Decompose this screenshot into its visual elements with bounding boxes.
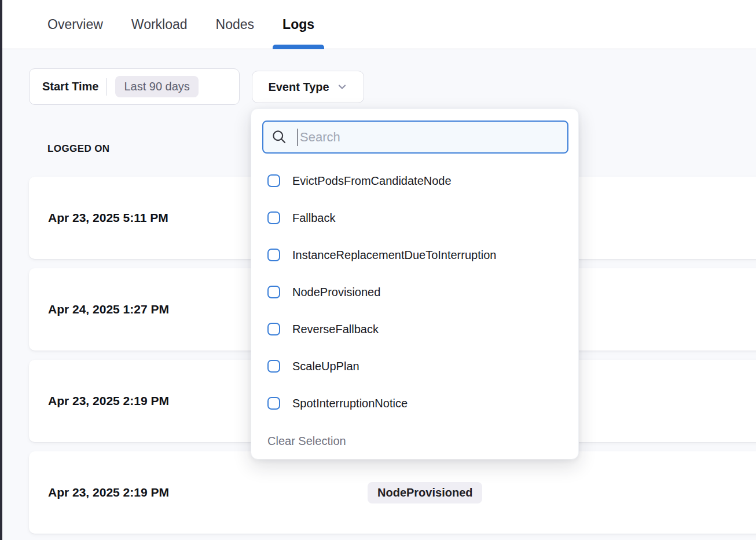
logs-page-content: Start Time Last 90 days Event Type LOGGE… [0,49,756,540]
option-label: EvictPodsFromCandidateNode [292,174,452,188]
tab-workload-label: Workload [131,17,188,32]
clear-selection-button[interactable]: Clear Selection [267,435,346,448]
option-label: NodeProvisioned [292,286,380,299]
event-type-option-list: EvictPodsFromCandidateNode Fallback Inst… [251,162,578,422]
dropdown-option-fallback[interactable]: Fallback [251,199,578,236]
option-label: Fallback [292,211,335,225]
logged-on-value: Apr 23, 2025 2:19 PM [48,486,169,499]
tab-workload[interactable]: Workload [131,0,188,49]
option-label: ReverseFallback [292,323,379,336]
tab-overview[interactable]: Overview [47,0,103,49]
column-header-logged-on: LOGGED ON [47,143,110,155]
event-type-badge: NodeProvisioned [368,482,482,503]
chevron-down-icon [336,81,348,93]
filter-divider [107,78,107,96]
tab-overview-label: Overview [47,17,103,32]
dropdown-option-scaleupplan[interactable]: ScaleUpPlan [251,348,578,385]
start-time-label: Start Time [42,80,98,93]
dropdown-search-box[interactable] [262,121,568,154]
dropdown-option-reversefallback[interactable]: ReverseFallback [251,311,578,348]
checkbox-icon[interactable] [267,249,280,261]
tab-bar: Overview Workload Nodes Logs [0,0,756,49]
dropdown-option-evictpodsfromcandidatenode[interactable]: EvictPodsFromCandidateNode [251,162,578,199]
logged-on-value: Apr 24, 2025 1:27 PM [48,302,169,316]
checkbox-icon[interactable] [267,286,280,298]
tab-logs-label: Logs [282,17,314,32]
checkbox-icon[interactable] [267,360,280,373]
option-label: SpotInterruptionNotice [292,397,408,410]
tab-nodes[interactable]: Nodes [216,0,254,49]
logged-on-value: Apr 23, 2025 2:19 PM [48,394,169,408]
option-label: InstanceReplacementDueToInterruption [292,249,496,262]
dropdown-option-instancereplacementduetointerruption[interactable]: InstanceReplacementDueToInterruption [251,236,578,273]
dropdown-option-nodeprovisioned[interactable]: NodeProvisioned [251,273,578,311]
start-time-filter[interactable]: Start Time Last 90 days [29,68,240,105]
active-tab-indicator [273,45,324,49]
event-type-dropdown: EvictPodsFromCandidateNode Fallback Inst… [251,108,579,459]
checkbox-icon[interactable] [267,211,280,224]
event-type-filter[interactable]: Event Type [252,71,364,103]
logged-on-value: Apr 23, 2025 5:11 PM [48,211,168,225]
option-label: ScaleUpPlan [292,360,359,373]
tab-logs[interactable]: Logs [282,0,314,49]
search-input[interactable] [298,130,559,145]
dropdown-option-spotinterruptionnotice[interactable]: SpotInterruptionNotice [251,385,578,422]
checkbox-icon[interactable] [267,323,280,335]
tab-nodes-label: Nodes [216,17,254,32]
start-time-value-pill: Last 90 days [115,76,198,97]
checkbox-icon[interactable] [267,174,280,187]
log-row[interactable]: Apr 23, 2025 2:19 PM NodeProvisioned [29,451,756,534]
app-left-edge [0,0,2,540]
event-type-label: Event Type [268,81,329,94]
checkbox-icon[interactable] [267,397,280,410]
search-icon [271,129,287,145]
